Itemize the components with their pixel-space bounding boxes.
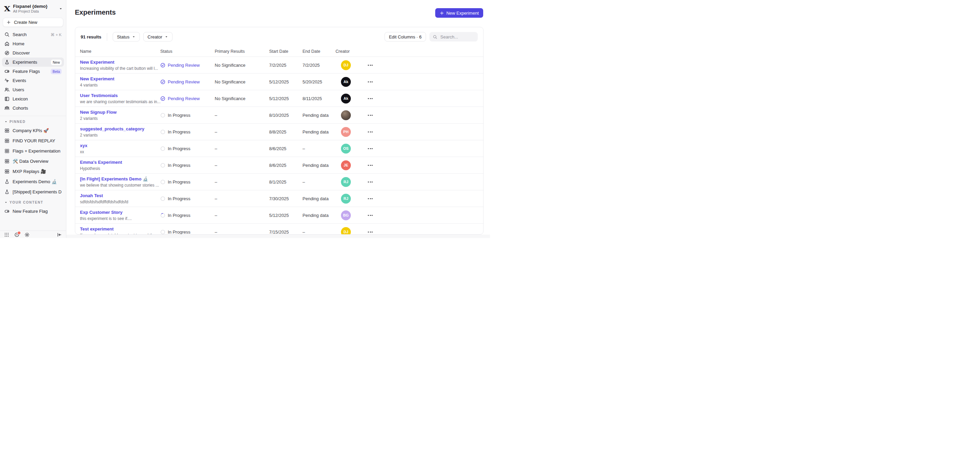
table-row[interactable]: Test experimentIf users have relatable c… xyxy=(75,224,483,235)
end-date-cell: Pending data xyxy=(302,113,336,118)
avatar[interactable]: BG xyxy=(341,211,351,220)
progress-circle-icon xyxy=(160,146,165,151)
table-row[interactable]: Jonah TestsdfdsfdsfsdfdffdfdsfsdfdsfdIn … xyxy=(75,190,483,207)
row-menu-button[interactable] xyxy=(368,115,375,116)
experiment-subtitle: this experiment is to see if.... xyxy=(80,216,160,221)
avatar[interactable]: Ak xyxy=(341,77,351,87)
experiment-link[interactable]: New Experiment xyxy=(80,76,160,82)
primary-results-cell: – xyxy=(215,213,269,218)
experiment-name-cell: New Experiment4 variants xyxy=(75,76,160,88)
table-row[interactable]: Exp Customer Storythis experiment is to … xyxy=(75,207,483,224)
avatar[interactable]: RJ xyxy=(341,194,351,204)
avatar[interactable]: DJ xyxy=(341,227,351,235)
creator-filter-button[interactable]: Creator xyxy=(143,32,172,42)
sidebar-item-users[interactable]: Users xyxy=(2,85,64,94)
status-label: In Progress xyxy=(168,179,190,185)
creator-cell: Ak xyxy=(336,94,368,104)
creator-cell: DJ xyxy=(336,60,368,70)
experiment-link[interactable]: Emma's Experiment xyxy=(80,160,160,165)
experiment-link[interactable]: Exp Customer Story xyxy=(80,210,160,215)
sidebar-item-lexicon[interactable]: Lexicon xyxy=(2,94,64,104)
status-cell: In Progress xyxy=(160,163,215,168)
primary-results-cell: No Significance xyxy=(215,79,269,85)
sidebar-item-home[interactable]: Home xyxy=(2,39,64,48)
row-menu-button[interactable] xyxy=(368,148,375,149)
table-row[interactable]: xyxxxIn Progress–8/6/2025–OS xyxy=(75,140,483,157)
experiment-link[interactable]: xyx xyxy=(80,143,160,149)
row-menu-button[interactable] xyxy=(368,215,375,216)
table-row[interactable]: Emma's ExperimentHypothesisIn Progress–8… xyxy=(75,157,483,174)
experiment-link[interactable]: suggested_products_category xyxy=(80,126,160,132)
sidebar-item-experiments-demo[interactable]: Experiments Demo 🔬 xyxy=(2,176,64,187)
edit-columns-button[interactable]: Edit Columns · 6 xyxy=(385,32,426,42)
sidebar-item-discover[interactable]: Discover xyxy=(2,48,64,58)
experiment-link[interactable]: Jonah Test xyxy=(80,193,160,198)
table-row[interactable]: suggested_products_category2 variantsIn … xyxy=(75,124,483,140)
table-row[interactable]: [In Flight] Experiments Demo 🔬we believe… xyxy=(75,174,483,190)
avatar[interactable] xyxy=(341,110,351,120)
apps-grid-icon[interactable] xyxy=(4,232,9,237)
workspace-switcher[interactable]: X Fixpanel {demo} All Project Data xyxy=(0,0,66,16)
experiment-link[interactable]: User Testimonials xyxy=(80,93,160,98)
sidebar-item-cohorts[interactable]: Cohorts xyxy=(2,104,64,113)
table-search-input[interactable] xyxy=(440,34,474,40)
table-row[interactable]: New Experiment4 variantsPending ReviewNo… xyxy=(75,73,483,90)
sidebar-item-find-your-replay[interactable]: FIND YOUR REPLAY xyxy=(2,136,64,146)
section-title: PINNED xyxy=(10,120,25,124)
new-experiment-button[interactable]: New Experiment xyxy=(435,8,483,18)
experiment-link[interactable]: New Signup Flow xyxy=(80,110,160,115)
end-date-cell: Pending data xyxy=(302,129,336,134)
row-menu-button[interactable] xyxy=(368,81,375,82)
row-menu-button[interactable] xyxy=(368,98,375,99)
row-menu-button[interactable] xyxy=(368,182,375,182)
section-header-pinned[interactable]: PINNED xyxy=(0,116,66,125)
create-new-button[interactable]: Create New xyxy=(3,18,63,27)
avatar[interactable]: DJ xyxy=(341,60,351,70)
end-date-cell: 7/2/2025 xyxy=(302,63,336,68)
gear-icon[interactable] xyxy=(24,232,30,237)
avatar[interactable]: RJ xyxy=(341,177,351,187)
sidebar-item-data-overview[interactable]: 🛠️ Data Overview xyxy=(2,156,64,166)
check-circle-icon xyxy=(160,63,165,68)
row-menu-button[interactable] xyxy=(368,232,375,233)
primary-results-cell: No Significance xyxy=(215,96,269,101)
sidebar-item-shipped-experiments-demo[interactable]: [Shipped] Experiments Demo 🖊️ xyxy=(2,187,64,197)
sidebar-item-mxp-replays[interactable]: MXP Replays 🎥 xyxy=(2,166,64,176)
row-menu-button[interactable] xyxy=(368,165,375,166)
sidebar-item-label: Feature Flags xyxy=(13,69,48,74)
sidebar-item-events[interactable]: Events xyxy=(2,76,64,85)
sidebar-item-label: Lexicon xyxy=(13,96,62,101)
experiment-link[interactable]: [In Flight] Experiments Demo 🔬 xyxy=(80,176,160,182)
sidebar-item-new-feature-flag[interactable]: New Feature Flag xyxy=(2,206,64,216)
row-menu-button[interactable] xyxy=(368,198,375,199)
avatar[interactable]: Ak xyxy=(341,94,351,104)
sidebar-item-experiments[interactable]: ExperimentsNew xyxy=(2,58,64,67)
status-filter-button[interactable]: Status xyxy=(113,32,140,42)
primary-results-cell: No Significance xyxy=(215,63,269,68)
table-row[interactable]: User Testimonialswe are sharing customer… xyxy=(75,90,483,107)
section-header-your-content[interactable]: YOUR CONTENT xyxy=(0,197,66,206)
avatar[interactable]: OS xyxy=(341,144,351,153)
sidebar-item-company-kpis[interactable]: Company KPIs 🚀 xyxy=(2,125,64,136)
experiment-link[interactable]: Test experiment xyxy=(80,227,160,232)
sidebar-item-feature-flags[interactable]: Feature FlagsBeta xyxy=(2,67,64,76)
chevron-down-icon xyxy=(59,7,63,11)
sidebar-item-flags-experimentation-demo[interactable]: Flags + Experimentation Demo 🧪 xyxy=(2,146,64,156)
start-date-cell: 8/6/2025 xyxy=(269,163,302,168)
experiment-link[interactable]: New Experiment xyxy=(80,59,160,65)
table-row[interactable]: New Signup Flow2 variantsIn Progress–8/1… xyxy=(75,107,483,124)
new-badge: New xyxy=(51,59,62,65)
help-icon[interactable]: ? xyxy=(14,232,19,237)
sidebar-item-label: Events xyxy=(13,78,62,83)
table-row[interactable]: New ExperimentIncreasing visibility of t… xyxy=(75,57,483,73)
row-menu-button[interactable] xyxy=(368,65,375,66)
experiment-subtitle: 2 variants xyxy=(80,116,160,121)
board-icon xyxy=(5,169,10,174)
avatar[interactable]: PH xyxy=(341,127,351,137)
start-date-cell: 8/1/2025 xyxy=(269,179,302,185)
primary-results-cell: – xyxy=(215,163,269,168)
sidebar-item-search[interactable]: Search⌘ + K xyxy=(2,30,64,39)
collapse-sidebar-icon[interactable] xyxy=(57,232,62,237)
row-menu-button[interactable] xyxy=(368,131,375,133)
avatar[interactable]: JE xyxy=(341,160,351,170)
